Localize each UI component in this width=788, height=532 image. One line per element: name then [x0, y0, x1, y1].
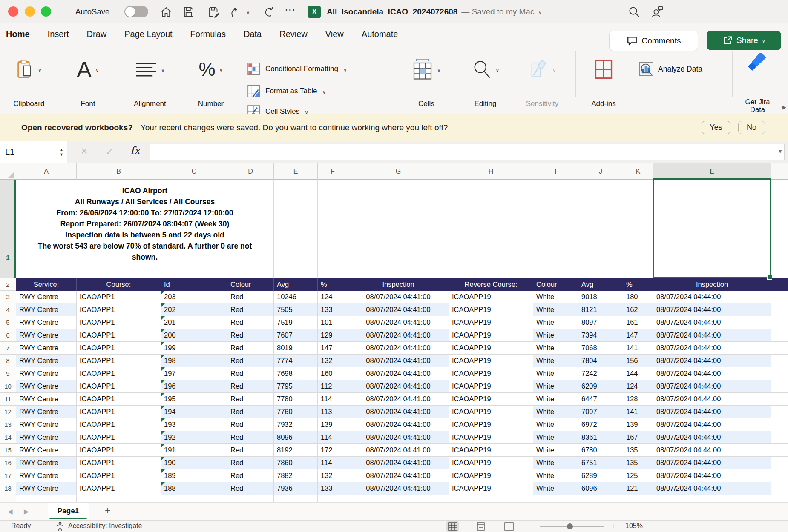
column-header-m-sliver[interactable]: [771, 163, 788, 180]
table-cell[interactable]: 141: [623, 342, 653, 355]
table-cell[interactable]: 193: [161, 418, 227, 431]
table-cell[interactable]: 198: [161, 355, 227, 367]
column-header-B[interactable]: B: [77, 163, 161, 180]
table-cell[interactable]: ICAOAPP1: [77, 355, 161, 367]
table-cell[interactable]: [771, 342, 788, 355]
table-cell[interactable]: 08/07/2024 04:44:00: [653, 431, 771, 444]
save-icon[interactable]: [182, 6, 195, 18]
column-header-E[interactable]: E: [274, 163, 318, 180]
table-cell[interactable]: 08/07/2024 04:41:00: [348, 457, 449, 469]
table-cell[interactable]: ICAOAPP1: [77, 367, 161, 380]
table-cell[interactable]: ICAOAPP19: [449, 303, 533, 316]
table-cell[interactable]: RWY Centre: [16, 431, 77, 444]
table-cell[interactable]: Red: [227, 406, 274, 418]
undo-icon[interactable]: [229, 6, 242, 18]
table-cell[interactable]: ICAOAPP19: [449, 431, 533, 444]
table-cell[interactable]: 202: [161, 303, 227, 316]
table-header-cell[interactable]: Colour: [227, 278, 274, 291]
table-cell[interactable]: RWY Centre: [16, 469, 77, 482]
table-cell[interactable]: RWY Centre: [16, 329, 77, 342]
table-cell[interactable]: 113: [318, 406, 348, 418]
table-cell[interactable]: 08/07/2024 04:44:00: [653, 303, 771, 316]
table-cell[interactable]: [771, 482, 788, 495]
table-cell[interactable]: 141: [623, 406, 653, 418]
table-cell[interactable]: 7795: [274, 380, 318, 393]
row-header-4[interactable]: 4: [0, 303, 16, 316]
ribbon-expand-icon[interactable]: ▶: [782, 104, 786, 110]
table-header-cell[interactable]: Course:: [77, 278, 161, 291]
column-header-A[interactable]: A: [16, 163, 77, 180]
table-cell[interactable]: Red: [227, 469, 274, 482]
autosave-toggle[interactable]: [124, 6, 148, 17]
table-cell[interactable]: 08/07/2024 04:44:00: [653, 418, 771, 431]
table-cell[interactable]: [771, 457, 788, 469]
column-header-F[interactable]: F: [318, 163, 348, 180]
table-cell[interactable]: 7068: [578, 342, 623, 355]
row-header-15[interactable]: 15: [0, 444, 16, 457]
get-jira-data-group[interactable]: Get JiraData: [732, 45, 783, 114]
zoom-level[interactable]: 105%: [625, 522, 643, 530]
zoom-slider-knob[interactable]: [567, 523, 573, 529]
table-cell[interactable]: White: [533, 316, 578, 329]
table-cell[interactable]: 124: [623, 380, 653, 393]
table-cell[interactable]: 132: [318, 469, 348, 482]
table-cell[interactable]: ICAOAPP19: [449, 342, 533, 355]
analyze-data-group[interactable]: Analyze Data: [632, 45, 732, 114]
table-cell[interactable]: RWY Centre: [16, 355, 77, 367]
table-cell[interactable]: 114: [318, 457, 348, 469]
table-cell[interactable]: Red: [227, 380, 274, 393]
empty-cell[interactable]: [771, 180, 788, 278]
table-cell[interactable]: RWY Centre: [16, 418, 77, 431]
no-button[interactable]: No: [738, 121, 765, 134]
empty-cell[interactable]: [653, 180, 771, 278]
table-cell[interactable]: Red: [227, 482, 274, 495]
tab-draw[interactable]: Draw: [87, 29, 107, 39]
tab-data[interactable]: Data: [244, 29, 262, 39]
home-icon[interactable]: [160, 6, 173, 18]
table-cell[interactable]: 08/07/2024 04:41:00: [348, 406, 449, 418]
table-cell[interactable]: 7242: [578, 367, 623, 380]
table-cell[interactable]: 191: [161, 444, 227, 457]
next-sheet-icon[interactable]: ▶: [24, 508, 29, 515]
account-icon[interactable]: [651, 6, 664, 18]
prev-sheet-icon[interactable]: ◀: [8, 508, 13, 515]
addins-group[interactable]: Add-ins: [575, 45, 632, 114]
table-cell[interactable]: 8361: [578, 431, 623, 444]
table-cell[interactable]: ICAOAPP19: [449, 380, 533, 393]
table-cell[interactable]: [771, 431, 788, 444]
table-cell[interactable]: White: [533, 367, 578, 380]
table-cell[interactable]: 7860: [274, 457, 318, 469]
table-cell[interactable]: ICAOAPP19: [449, 367, 533, 380]
table-cell[interactable]: Red: [227, 431, 274, 444]
page-layout-view-icon[interactable]: [475, 521, 487, 532]
table-cell[interactable]: ICAOAPP19: [449, 418, 533, 431]
table-cell[interactable]: ICAOAPP19: [449, 291, 533, 303]
row-header-17[interactable]: 17: [0, 469, 16, 482]
table-cell[interactable]: 7607: [274, 329, 318, 342]
page-break-view-icon[interactable]: [503, 521, 515, 532]
table-cell[interactable]: White: [533, 355, 578, 367]
table-cell[interactable]: 08/07/2024 04:44:00: [653, 482, 771, 495]
table-cell[interactable]: ICAOAPP1: [77, 457, 161, 469]
table-cell[interactable]: RWY Centre: [16, 303, 77, 316]
table-cell[interactable]: ICAOAPP1: [77, 431, 161, 444]
row-header-2[interactable]: 2: [0, 278, 16, 291]
table-cell[interactable]: 6289: [578, 469, 623, 482]
column-header-L[interactable]: L: [653, 163, 771, 180]
table-cell[interactable]: ICAOAPP1: [77, 418, 161, 431]
table-cell[interactable]: 7394: [578, 329, 623, 342]
table-cell[interactable]: 08/07/2024 04:41:00: [348, 469, 449, 482]
column-header-J[interactable]: J: [578, 163, 623, 180]
table-cell[interactable]: White: [533, 469, 578, 482]
table-cell[interactable]: 192: [161, 431, 227, 444]
tab-insert[interactable]: Insert: [48, 29, 69, 39]
table-cell[interactable]: 08/07/2024 04:41:00: [348, 342, 449, 355]
zoom-window-button[interactable]: [41, 6, 51, 17]
table-cell[interactable]: 161: [623, 316, 653, 329]
table-cell[interactable]: 08/07/2024 04:41:00: [348, 444, 449, 457]
table-cell[interactable]: Red: [227, 291, 274, 303]
table-cell[interactable]: ICAOAPP1: [77, 469, 161, 482]
table-cell[interactable]: White: [533, 444, 578, 457]
empty-cell[interactable]: [318, 180, 348, 278]
table-cell[interactable]: 139: [623, 418, 653, 431]
